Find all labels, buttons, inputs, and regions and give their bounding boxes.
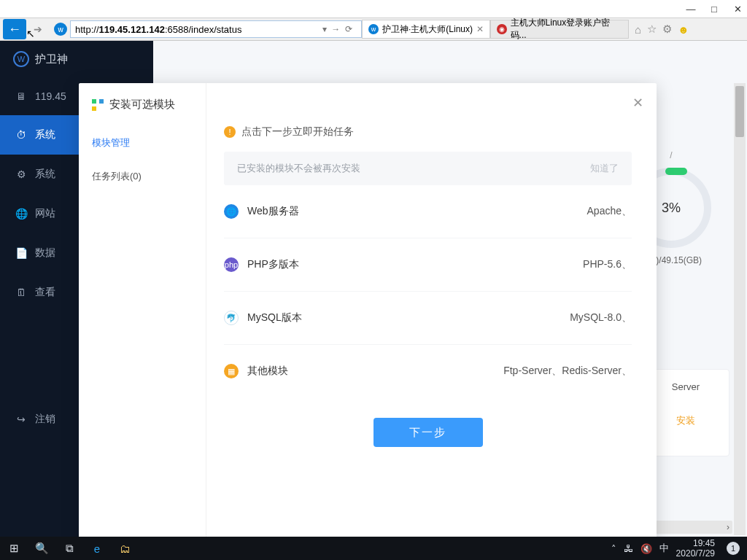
install-modal: 安装可选模块 模块管理 任务列表(0) ✕ ! 点击下一步立即开始任务 已安装的… xyxy=(79,83,657,537)
network-icon[interactable]: 🖧 xyxy=(624,543,633,554)
next-button[interactable]: 下一步 xyxy=(374,418,483,447)
tab-title: 主机大师Linux登录账户密码... xyxy=(511,17,622,42)
tab-favicon-icon: w xyxy=(368,24,379,34)
gear-icon: ⚙ xyxy=(15,168,28,180)
clock-date: 2020/7/29 xyxy=(676,548,715,559)
sidebar-item-label: 系统 xyxy=(35,128,55,141)
window-titlebar: — □ ✕ xyxy=(0,0,747,18)
module-row-php[interactable]: phpPHP多版本 PHP-5.6、 xyxy=(224,238,632,292)
url-scheme: http:// xyxy=(75,24,99,35)
explorer-icon[interactable]: 🗂 xyxy=(111,537,139,560)
browser-tab-0[interactable]: w 护卫神·主机大师(Linux) ✕ xyxy=(362,20,490,39)
module-value: MySQL-8.0、 xyxy=(570,311,632,324)
dashboard-icon: ⏱ xyxy=(15,129,28,141)
clock-time: 19:45 xyxy=(676,538,715,548)
note-dismiss[interactable]: 知道了 xyxy=(590,162,619,175)
modal-note: 已安装的模块不会被再次安装 知道了 xyxy=(224,152,632,185)
notification-badge[interactable]: 1 xyxy=(727,542,740,555)
page-content: W 护卫神 🖥119.45 ⏱系统 ⚙系统 🌐网站 📄数据 🗓查看 ↪注销 / … xyxy=(0,41,747,537)
modal-sidebar: 安装可选模块 模块管理 任务列表(0) xyxy=(79,83,206,537)
module-value: PHP-5.6、 xyxy=(583,258,632,271)
window-maximize[interactable]: □ xyxy=(709,4,719,14)
taskview-icon[interactable]: ⧉ xyxy=(55,537,83,560)
home-icon[interactable]: ⌂ xyxy=(635,23,641,36)
sidebar-item-label: 查看 xyxy=(35,286,55,299)
tab-close-icon[interactable]: ✕ xyxy=(476,24,484,34)
service-install-link[interactable]: 安装 xyxy=(654,414,717,427)
chevron-right-icon[interactable]: › xyxy=(727,522,729,532)
document-icon: 📄 xyxy=(15,247,28,259)
globe-icon: 🌐 xyxy=(15,208,28,219)
nav-back-button[interactable]: ← xyxy=(3,19,26,39)
php-icon: php xyxy=(224,257,239,272)
monitor-icon: 🖥 xyxy=(15,90,28,102)
browser-extra-icons: ⌂ ☆ ⚙ ☻ xyxy=(635,23,689,36)
scroll-thumb[interactable] xyxy=(735,86,744,137)
folder-icon: ▦ xyxy=(224,364,239,378)
windows-taskbar: ⊞ 🔍 ⧉ e 🗂 ˄ 🖧 🔇 中 19:45 2020/7/29 1 xyxy=(0,537,747,560)
modal-title-label: 安装可选模块 xyxy=(109,98,175,112)
sidebar-item-label: 网站 xyxy=(35,207,55,220)
modal-main: ✕ ! 点击下一步立即开始任务 已安装的模块不会被再次安装 知道了 🌐Web服务… xyxy=(206,83,657,537)
service-name: Server xyxy=(654,381,717,392)
face-icon[interactable]: ☻ xyxy=(678,23,689,36)
info-icon: ! xyxy=(224,126,236,138)
browser-tabs: w 护卫神·主机大师(Linux) ✕ ◉ 主机大师Linux登录账户密码... xyxy=(362,18,629,41)
url-host: 119.45.121.142 xyxy=(99,24,165,35)
site-favicon-icon: w xyxy=(54,23,67,36)
address-bar[interactable]: http://119.45.121.142:6588/index/status … xyxy=(70,20,362,38)
note-text: 已安装的模块不会被再次安装 xyxy=(237,162,360,175)
modal-title: 安装可选模块 xyxy=(79,83,206,126)
module-name: PHP多版本 xyxy=(247,258,299,271)
modal-tab-tasks[interactable]: 任务列表(0) xyxy=(79,160,206,193)
brand: W 护卫神 xyxy=(0,41,153,77)
start-button[interactable]: ⊞ xyxy=(0,537,28,560)
system-tray: ˄ 🖧 🔇 中 19:45 2020/7/29 1 xyxy=(611,538,747,559)
hint-text: 点击下一步立即开始任务 xyxy=(241,125,354,139)
modal-hint: ! 点击下一步立即开始任务 xyxy=(224,125,632,139)
module-value: Ftp-Server、Redis-Server、 xyxy=(503,365,632,378)
address-tools: ▾ → ⟳ xyxy=(322,24,352,34)
gear-icon[interactable]: ⚙ xyxy=(662,23,672,36)
module-name: 其他模块 xyxy=(247,365,288,378)
module-row-web[interactable]: 🌐Web服务器 Apache、 xyxy=(224,185,632,238)
star-icon[interactable]: ☆ xyxy=(647,23,657,36)
tab-favicon-icon: ◉ xyxy=(497,24,507,34)
ie-icon[interactable]: e xyxy=(83,537,111,560)
browser-tab-1[interactable]: ◉ 主机大师Linux登录账户密码... xyxy=(490,20,629,39)
search-icon[interactable]: 🔍 xyxy=(28,537,55,560)
tab-title: 护卫神·主机大师(Linux) xyxy=(382,23,473,36)
gauge-value: 3% xyxy=(662,201,681,216)
brand-label: 护卫神 xyxy=(35,52,68,66)
volume-icon[interactable]: 🔇 xyxy=(640,543,652,554)
tray-up-icon[interactable]: ˄ xyxy=(611,543,616,554)
calendar-icon: 🗓 xyxy=(15,287,28,298)
globe-icon: 🌐 xyxy=(224,204,239,219)
sidebar-item-label: 119.45 xyxy=(35,90,66,102)
sidebar-item-label: 数据 xyxy=(35,246,55,260)
logout-icon: ↪ xyxy=(15,413,28,425)
modules-icon xyxy=(92,99,104,111)
ime-indicator[interactable]: 中 xyxy=(659,542,669,555)
module-name: Web服务器 xyxy=(247,205,299,218)
sidebar-item-label: 系统 xyxy=(35,168,55,181)
sidebar-item-label: 注销 xyxy=(35,413,55,426)
modal-tab-modules[interactable]: 模块管理 xyxy=(79,126,206,160)
browser-toolbar: ← ➔ w http://119.45.121.142:6588/index/s… xyxy=(0,18,747,41)
module-value: Apache、 xyxy=(587,205,632,218)
module-row-other[interactable]: ▦其他模块 Ftp-Server、Redis-Server、 xyxy=(224,345,632,397)
modal-close-icon[interactable]: ✕ xyxy=(632,95,643,111)
vertical-scrollbar[interactable] xyxy=(734,83,746,535)
nav-forward-button[interactable]: ➔ xyxy=(28,19,48,39)
window-minimize[interactable]: — xyxy=(686,4,696,14)
mysql-icon: 🐬 xyxy=(224,311,239,325)
module-row-mysql[interactable]: 🐬MySQL版本 MySQL-8.0、 xyxy=(224,292,632,345)
module-name: MySQL版本 xyxy=(247,311,302,324)
brand-shield-icon: W xyxy=(13,51,29,67)
url-path: :6588/index/status xyxy=(165,24,242,35)
tray-clock[interactable]: 19:45 2020/7/29 xyxy=(676,538,715,559)
window-close[interactable]: ✕ xyxy=(732,4,743,14)
